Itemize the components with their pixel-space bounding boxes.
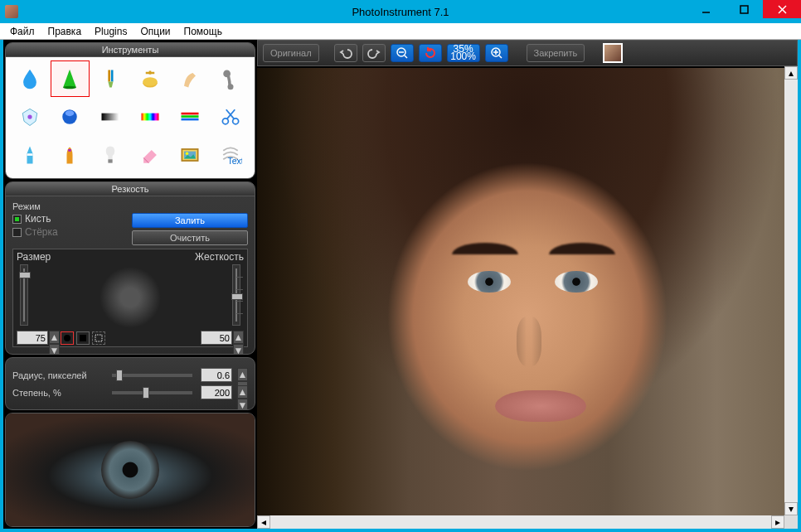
brush-shape-dotted[interactable]	[92, 331, 105, 345]
svg-rect-17	[182, 115, 199, 118]
radius-input[interactable]: 0.6	[201, 368, 232, 382]
radius-spinner[interactable]: ▲▼	[237, 368, 248, 382]
svg-rect-29	[95, 335, 102, 341]
brush-preview	[32, 264, 229, 331]
svg-rect-14	[101, 114, 119, 121]
tool-text[interactable]: Text	[211, 137, 250, 173]
scroll-up-icon[interactable]: ▴	[784, 66, 798, 80]
svg-rect-1	[740, 6, 748, 13]
tool-blur[interactable]	[11, 60, 49, 97]
zoom-out-button[interactable]	[391, 44, 414, 62]
amount-label: Степень, %	[12, 388, 104, 398]
mode-brush-label: Кисть	[25, 213, 51, 225]
minimize-button[interactable]	[687, 0, 725, 18]
amount-input[interactable]: 200	[201, 385, 232, 399]
svg-rect-18	[182, 118, 199, 121]
left-column: Инструменты	[3, 40, 257, 529]
tool-frame[interactable]	[171, 137, 209, 173]
tool-brush[interactable]	[91, 60, 129, 97]
svg-point-4	[64, 86, 77, 89]
svg-rect-5	[108, 70, 110, 82]
zoom-display[interactable]: 35% 100%	[447, 44, 480, 62]
scroll-down-icon[interactable]: ▾	[784, 502, 798, 515]
tool-clone[interactable]	[131, 60, 169, 97]
menu-help[interactable]: Помощь	[177, 24, 229, 39]
preview-image[interactable]	[6, 414, 255, 526]
sharpen-panel-header: Резкость	[6, 182, 255, 196]
svg-rect-16	[182, 113, 199, 115]
brush-shape-square[interactable]	[76, 331, 90, 345]
close-button[interactable]	[763, 0, 801, 18]
tool-sharpen[interactable]	[51, 60, 89, 97]
svg-rect-22	[108, 159, 112, 162]
svg-point-10	[227, 84, 233, 89]
redo-button[interactable]	[362, 44, 386, 62]
hardness-slider[interactable]	[232, 264, 240, 326]
brush-settings: Размер Жесткость	[12, 249, 248, 347]
tool-levels[interactable]	[171, 99, 209, 135]
brush-shape-circle[interactable]	[61, 331, 74, 345]
tool-glow[interactable]	[51, 99, 89, 135]
rotate-button[interactable]	[419, 44, 442, 62]
tool-denoise[interactable]	[11, 99, 49, 135]
scroll-right-icon[interactable]: ▸	[771, 515, 784, 529]
radius-slider[interactable]	[112, 374, 192, 377]
tool-hue[interactable]	[131, 99, 169, 135]
menu-plugins[interactable]: Plugins	[88, 24, 134, 39]
tools-panel-header: Инструменты	[6, 43, 255, 57]
tool-dodge[interactable]	[11, 137, 49, 173]
app-icon	[5, 5, 18, 18]
tool-burn[interactable]	[51, 137, 89, 173]
svg-rect-6	[111, 70, 114, 82]
clear-button[interactable]: Очистить	[132, 230, 248, 245]
zoom-in-button[interactable]	[485, 44, 508, 62]
menu-edit[interactable]: Правка	[41, 24, 89, 39]
size-input[interactable]: 75	[17, 331, 48, 345]
hardness-label: Жесткость	[195, 251, 244, 263]
tool-scissors[interactable]	[211, 99, 250, 135]
svg-text:Text: Text	[227, 156, 242, 166]
mode-brush-radio[interactable]: Кисть	[12, 213, 58, 225]
radius-label: Радиус, пикселей	[12, 370, 104, 380]
hardness-spinner[interactable]: ▲▼	[233, 331, 244, 345]
scroll-corner	[784, 515, 798, 529]
amount-spinner[interactable]: ▲▼	[237, 385, 248, 399]
amount-slider[interactable]	[112, 391, 192, 394]
mode-eraser-label: Стёрка	[25, 226, 58, 238]
zoom-bottom: 100%	[450, 53, 476, 60]
maximize-button[interactable]	[725, 0, 763, 18]
image-thumbnail[interactable]	[603, 43, 623, 63]
titlebar: PhotoInstrument 7.1	[0, 0, 801, 23]
tool-smudge[interactable]	[171, 60, 209, 97]
sharpen-panel: Резкость Режим Кисть Стёрка Залить Очист…	[5, 181, 255, 355]
fill-button[interactable]: Залить	[132, 213, 248, 228]
svg-rect-21	[27, 153, 33, 156]
photo-image	[257, 68, 798, 529]
size-label: Размер	[17, 251, 51, 263]
tool-bulb[interactable]	[91, 137, 129, 173]
fix-button[interactable]: Закрепить	[527, 44, 585, 62]
hardness-input[interactable]: 50	[201, 331, 232, 345]
svg-point-27	[64, 335, 70, 341]
right-column: Оригинал 35% 100% Закрепить	[257, 40, 798, 529]
original-button[interactable]: Оригинал	[263, 44, 319, 62]
svg-rect-15	[142, 114, 159, 121]
horizontal-scrollbar[interactable]: ◂ ▸	[257, 515, 784, 529]
menu-options[interactable]: Опции	[134, 24, 177, 39]
size-slider[interactable]	[20, 264, 28, 326]
vertical-scrollbar[interactable]: ▴ ▾	[784, 66, 798, 515]
tool-gradient[interactable]	[91, 99, 129, 135]
mode-eraser-radio[interactable]: Стёрка	[12, 226, 58, 238]
canvas[interactable]	[257, 68, 798, 529]
window-title: PhotoInstrument 7.1	[0, 6, 801, 18]
scroll-left-icon[interactable]: ◂	[257, 515, 270, 529]
size-spinner[interactable]: ▲▼	[49, 331, 60, 345]
tool-liquify[interactable]	[211, 60, 250, 97]
undo-button[interactable]	[334, 44, 357, 62]
menu-file[interactable]: Файл	[3, 24, 41, 39]
svg-point-25	[186, 152, 189, 156]
top-toolbar: Оригинал 35% 100% Закрепить	[257, 40, 798, 66]
tool-eraser[interactable]	[131, 137, 169, 173]
svg-rect-28	[80, 335, 86, 341]
tools-grid: Text	[11, 60, 250, 173]
